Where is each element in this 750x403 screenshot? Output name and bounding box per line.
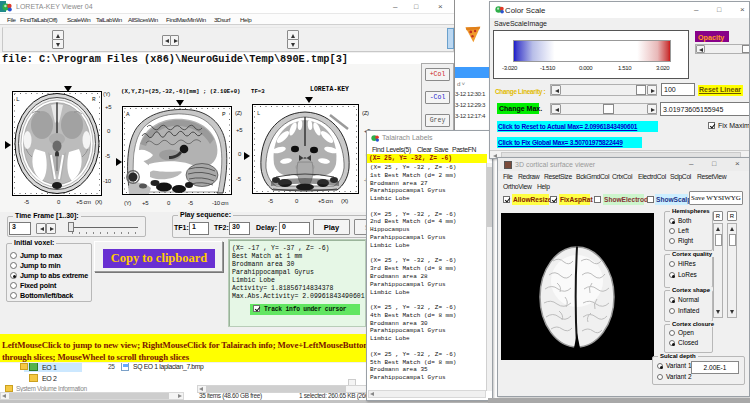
svg-text:L: L [257, 110, 260, 117]
svg-text:A: A [126, 111, 130, 118]
svg-text:R: R [92, 96, 96, 103]
svg-text:P: P [222, 111, 226, 118]
svg-text:L: L [16, 96, 20, 103]
